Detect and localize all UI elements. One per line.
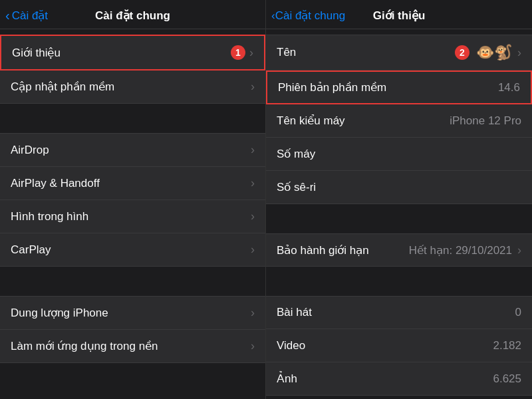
left-section-3: Dung lượng iPhone › Làm mới ứng dụng tro… bbox=[0, 296, 265, 363]
left-item-airdrop-label: AirDrop bbox=[11, 144, 49, 157]
left-settings-list: Giới thiệu 1 › Cập nhật phần mềm › AirDr… bbox=[0, 29, 265, 399]
ten-chevron: › bbox=[517, 46, 521, 60]
left-item-airplay[interactable]: AirPlay & Handoff › bbox=[0, 167, 265, 200]
left-nav-bar: ‹ Cài đặt Cài đặt chung bbox=[0, 0, 265, 29]
right-nav-bar: ‹ Cài đặt chung Giới thiệu bbox=[266, 0, 532, 29]
left-item-dung-luong-label: Dung lượng iPhone bbox=[11, 306, 108, 320]
airdrop-chevron: › bbox=[251, 143, 255, 157]
right-item-ten-label: Tên bbox=[277, 46, 296, 59]
left-back-button[interactable]: ‹ Cài đặt bbox=[5, 8, 48, 23]
right-item-video[interactable]: Video 2.182 bbox=[266, 329, 532, 362]
left-item-cap-nhat[interactable]: Cập nhật phần mềm › bbox=[0, 70, 265, 104]
right-panel: ‹ Cài đặt chung Giới thiệu Tên 2 🐵🐒 › Ph… bbox=[266, 0, 532, 399]
airplay-chevron: › bbox=[251, 176, 255, 190]
left-item-hinh-label: Hình trong hình bbox=[11, 210, 88, 223]
right-item-anh[interactable]: Ảnh 6.625 bbox=[266, 362, 532, 396]
ten-kieu-may-val: iPhone 12 Pro bbox=[450, 114, 521, 128]
left-item-lam-moi-label: Làm mới ứng dụng trong nền bbox=[11, 339, 158, 353]
left-nav-title: Cài đặt chung bbox=[95, 9, 170, 23]
left-panel: ‹ Cài đặt Cài đặt chung Giới thiệu 1 › C… bbox=[0, 0, 266, 399]
dung-luong-chevron: › bbox=[251, 306, 255, 320]
right-item-so-se-ri[interactable]: Số sê-ri bbox=[266, 171, 532, 204]
right-section-3: Bài hát 0 Video 2.182 Ảnh 6.625 bbox=[266, 296, 532, 396]
right-nav-title: Giới thiệu bbox=[373, 9, 426, 23]
lam-moi-chevron: › bbox=[251, 339, 255, 353]
phien-ban-number: 14.6 bbox=[498, 81, 520, 94]
left-item-gioi-thieu[interactable]: Giới thiệu 1 › bbox=[0, 35, 265, 70]
carplay-chevron: › bbox=[251, 243, 255, 257]
right-item-ten-value: 2 🐵🐒 › bbox=[455, 44, 521, 61]
right-item-so-may-label: Số máy bbox=[277, 147, 315, 161]
badge-2: 2 bbox=[455, 45, 469, 60]
right-item-video-value: 2.182 bbox=[493, 339, 521, 352]
right-settings-list: Tên 2 🐵🐒 › Phiên bản phần mềm 14.6 Tên k… bbox=[266, 29, 532, 399]
hinh-chevron: › bbox=[251, 209, 255, 223]
right-item-so-se-ri-label: Số sê-ri bbox=[277, 180, 316, 194]
left-gap-1 bbox=[0, 109, 265, 133]
right-gap-1 bbox=[266, 209, 532, 233]
right-item-ten-kieu-may-value: iPhone 12 Pro bbox=[450, 114, 521, 128]
right-item-ten-kieu-may[interactable]: Tên kiểu máy iPhone 12 Pro bbox=[266, 104, 532, 138]
left-item-gioi-thieu-right: 1 › bbox=[231, 45, 253, 60]
video-val: 2.182 bbox=[493, 339, 521, 352]
right-item-bao-hanh-value: Hết hạn: 29/10/2021 › bbox=[409, 243, 521, 257]
left-item-carplay[interactable]: CarPlay › bbox=[0, 233, 265, 267]
right-item-so-may[interactable]: Số máy bbox=[266, 138, 532, 171]
right-back-label: Cài đặt chung bbox=[275, 9, 345, 23]
right-section-2: Bảo hành giới hạn Hết hạn: 29/10/2021 › bbox=[266, 233, 532, 267]
left-section-2: AirDrop › AirPlay & Handoff › Hình trong… bbox=[0, 133, 265, 267]
right-item-phien-ban-label: Phiên bản phần mềm bbox=[278, 80, 386, 94]
right-item-bai-hat[interactable]: Bài hát 0 bbox=[266, 296, 532, 329]
right-back-button[interactable]: ‹ Cài đặt chung bbox=[271, 9, 345, 23]
right-item-bao-hanh[interactable]: Bảo hành giới hạn Hết hạn: 29/10/2021 › bbox=[266, 233, 532, 267]
right-item-bai-hat-label: Bài hát bbox=[277, 306, 312, 319]
left-gap-2 bbox=[0, 272, 265, 296]
left-item-carplay-label: CarPlay bbox=[11, 243, 51, 257]
badge-1: 1 bbox=[231, 45, 245, 60]
bai-hat-val: 0 bbox=[515, 306, 521, 319]
right-item-anh-label: Ảnh bbox=[277, 372, 297, 386]
right-item-phien-ban-value: 14.6 bbox=[498, 81, 520, 94]
right-item-bai-hat-value: 0 bbox=[515, 306, 521, 319]
right-item-video-label: Video bbox=[277, 339, 305, 352]
left-item-hinh[interactable]: Hình trong hình › bbox=[0, 200, 265, 233]
left-back-chevron: ‹ bbox=[5, 8, 10, 23]
anh-val: 6.625 bbox=[493, 372, 521, 386]
right-gap-2 bbox=[266, 272, 532, 296]
left-item-gioi-thieu-label: Giới thiệu bbox=[12, 46, 61, 60]
cap-nhat-chevron: › bbox=[251, 80, 255, 94]
right-item-bao-hanh-label: Bảo hành giới hạn bbox=[277, 243, 369, 257]
emoji-icons: 🐵🐒 bbox=[476, 44, 512, 61]
right-item-ten-kieu-may-label: Tên kiểu máy bbox=[277, 114, 345, 128]
gioi-thieu-chevron: › bbox=[249, 46, 253, 60]
left-item-airdrop[interactable]: AirDrop › bbox=[0, 133, 265, 167]
left-section-1: Giới thiệu 1 › Cập nhật phần mềm › bbox=[0, 35, 265, 104]
right-section-1: Tên 2 🐵🐒 › Phiên bản phần mềm 14.6 Tên k… bbox=[266, 35, 532, 204]
right-item-phien-ban[interactable]: Phiên bản phần mềm 14.6 bbox=[266, 70, 532, 104]
left-item-dung-luong[interactable]: Dung lượng iPhone › bbox=[0, 296, 265, 330]
bao-hanh-val: Hết hạn: 29/10/2021 bbox=[409, 243, 512, 257]
right-item-ten[interactable]: Tên 2 🐵🐒 › bbox=[266, 35, 532, 70]
left-item-airplay-label: AirPlay & Handoff bbox=[11, 177, 100, 190]
right-item-anh-value: 6.625 bbox=[493, 372, 521, 386]
left-item-cap-nhat-label: Cập nhật phần mềm bbox=[11, 80, 114, 94]
left-item-lam-moi[interactable]: Làm mới ứng dụng trong nền › bbox=[0, 330, 265, 363]
bao-hanh-chevron: › bbox=[517, 243, 521, 257]
left-back-label: Cài đặt bbox=[12, 9, 48, 23]
